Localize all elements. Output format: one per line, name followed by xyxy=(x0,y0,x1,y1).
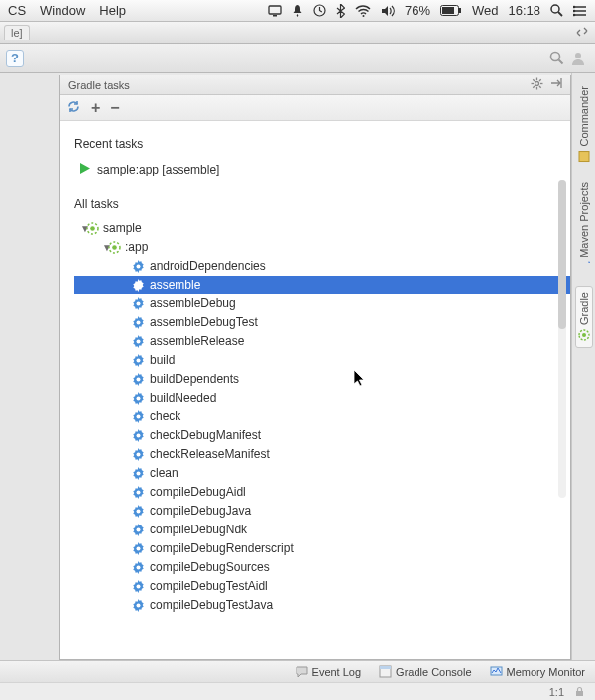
task-row[interactable]: assembleDebugTest xyxy=(74,313,570,332)
chevron-down-icon[interactable]: ▼ xyxy=(76,219,86,238)
tree-module-row[interactable]: ▼ :app xyxy=(74,238,570,257)
task-row[interactable]: buildNeeded xyxy=(74,389,570,408)
svg-point-19 xyxy=(536,82,539,86)
svg-point-30 xyxy=(90,226,95,231)
timemachine-icon[interactable] xyxy=(313,4,326,17)
svg-point-48 xyxy=(137,547,141,551)
scrollbar[interactable] xyxy=(558,180,566,498)
task-row[interactable]: buildDependents xyxy=(74,370,570,389)
hide-icon[interactable] xyxy=(549,77,562,92)
task-row[interactable]: assembleDebug xyxy=(74,294,570,313)
menu-item[interactable]: CS xyxy=(8,3,26,18)
user-icon[interactable] xyxy=(567,48,589,69)
battery-icon[interactable] xyxy=(440,5,462,16)
task-tree[interactable]: ▼ sample ▼ :app androidDependenciesassem… xyxy=(74,219,570,615)
svg-point-41 xyxy=(137,415,141,419)
tab[interactable]: le] xyxy=(4,25,30,40)
add-task-button[interactable]: + xyxy=(91,100,100,116)
clock-time[interactable]: 16:18 xyxy=(508,3,540,18)
gradle-console-button[interactable]: Gradle Console xyxy=(379,665,471,678)
task-row[interactable]: compileDebugTestAidl xyxy=(74,577,570,596)
tree-module-row[interactable]: ▼ sample xyxy=(74,219,570,238)
svg-point-40 xyxy=(137,397,141,401)
task-row[interactable]: clean xyxy=(74,464,570,483)
task-gear-icon xyxy=(132,580,145,593)
dock-tab-maven[interactable]: m Maven Projects xyxy=(575,175,593,281)
task-row[interactable]: assemble xyxy=(74,276,570,294)
spotlight-icon[interactable] xyxy=(550,4,563,17)
battery-percent: 76% xyxy=(405,3,430,18)
svg-point-44 xyxy=(137,472,141,476)
right-dock: Commander m Maven Projects Gradle xyxy=(571,73,595,660)
svg-line-9 xyxy=(558,12,562,16)
svg-point-34 xyxy=(137,284,141,288)
svg-point-46 xyxy=(137,510,141,514)
task-row[interactable]: compileDebugJava xyxy=(74,502,570,521)
event-log-button[interactable]: Event Log xyxy=(296,665,362,678)
svg-point-55 xyxy=(582,333,586,337)
svg-point-15 xyxy=(573,13,575,16)
task-gear-icon xyxy=(132,505,145,518)
task-row[interactable]: compileDebugNdk xyxy=(74,521,570,539)
chevron-down-icon[interactable]: ▼ xyxy=(98,238,108,257)
svg-rect-7 xyxy=(459,8,461,13)
svg-point-49 xyxy=(137,566,141,570)
task-gear-icon xyxy=(132,599,145,612)
dock-tab-gradle[interactable]: Gradle xyxy=(575,286,593,348)
task-gear-icon xyxy=(132,524,145,536)
svg-point-32 xyxy=(112,245,117,250)
task-row[interactable]: assembleRelease xyxy=(74,332,570,351)
task-row[interactable]: check xyxy=(74,408,570,426)
task-row[interactable]: compileDebugSources xyxy=(74,558,570,577)
refresh-icon[interactable] xyxy=(66,99,81,117)
svg-point-47 xyxy=(137,528,141,532)
collapse-icon[interactable] xyxy=(575,25,589,41)
panel-title: Gradle tasks xyxy=(68,79,525,91)
menu-item[interactable]: Window xyxy=(40,3,85,18)
status-bar: Event Log Gradle Console Memory Monitor xyxy=(0,660,595,682)
task-row[interactable]: checkDebugManifest xyxy=(74,426,570,445)
svg-point-33 xyxy=(137,265,141,269)
help-button[interactable]: ? xyxy=(6,50,24,67)
screenshare-icon[interactable] xyxy=(268,5,282,17)
clock-day[interactable]: Wed xyxy=(472,3,499,18)
memory-monitor-button[interactable]: Memory Monitor xyxy=(490,665,585,678)
task-label: compileDebugAidl xyxy=(150,483,246,502)
recent-tasks-label: Recent tasks xyxy=(74,137,570,151)
bell-icon[interactable] xyxy=(292,4,303,17)
search-icon[interactable] xyxy=(545,48,567,69)
svg-point-16 xyxy=(550,53,559,61)
task-gear-icon xyxy=(132,429,145,442)
lock-icon[interactable] xyxy=(574,686,585,697)
task-row[interactable]: compileDebugTestJava xyxy=(74,596,570,615)
svg-point-13 xyxy=(573,5,575,8)
svg-point-39 xyxy=(137,378,141,382)
wifi-icon[interactable] xyxy=(355,5,371,17)
gear-icon[interactable] xyxy=(531,77,543,92)
task-label: assembleRelease xyxy=(150,332,244,351)
dock-tab-commander[interactable]: Commander xyxy=(575,79,593,170)
svg-point-14 xyxy=(573,9,575,12)
task-row[interactable]: build xyxy=(74,351,570,370)
svg-rect-6 xyxy=(442,7,454,14)
status-bar-2: 1:1 xyxy=(0,682,595,700)
volume-icon[interactable] xyxy=(381,5,395,17)
task-label: compileDebugTestAidl xyxy=(150,577,268,596)
recent-task-label: sample:app [assemble] xyxy=(97,163,219,176)
svg-point-18 xyxy=(575,53,581,58)
recent-task-item[interactable]: sample:app [assemble] xyxy=(74,159,570,187)
scrollbar-thumb[interactable] xyxy=(558,180,566,329)
task-row[interactable]: androidDependencies xyxy=(74,257,570,276)
balloon-icon xyxy=(296,665,308,678)
task-row[interactable]: compileDebugAidl xyxy=(74,483,570,502)
remove-task-button[interactable]: − xyxy=(110,100,119,116)
panel-toolbar: + − xyxy=(60,95,570,121)
module-icon xyxy=(108,241,121,254)
svg-line-25 xyxy=(539,86,541,88)
menu-item[interactable]: Help xyxy=(99,3,126,18)
bluetooth-icon[interactable] xyxy=(336,4,345,18)
notifications-icon[interactable] xyxy=(573,5,587,17)
module-icon xyxy=(86,222,99,235)
task-row[interactable]: compileDebugRenderscript xyxy=(74,539,570,558)
task-row[interactable]: checkReleaseManifest xyxy=(74,445,570,464)
